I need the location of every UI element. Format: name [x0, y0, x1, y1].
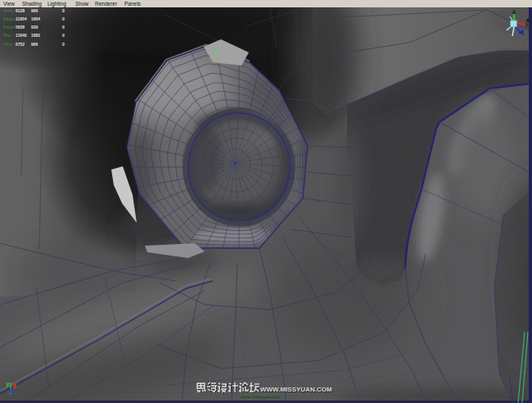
svg-text:y: y	[6, 380, 10, 387]
